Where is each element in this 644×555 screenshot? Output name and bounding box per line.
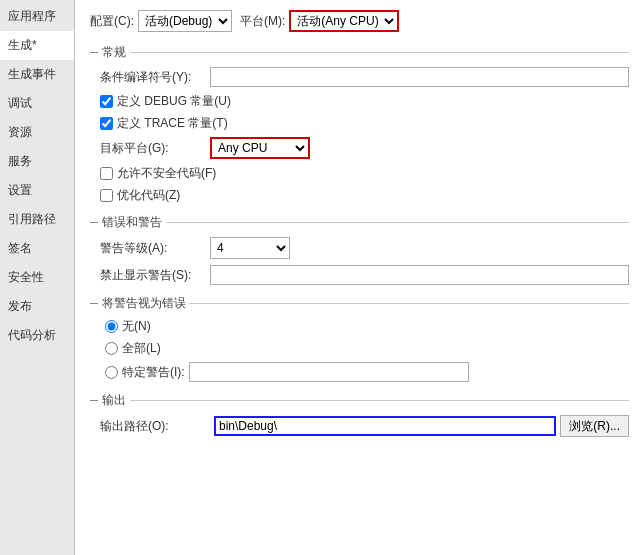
radio-all[interactable] <box>105 342 118 355</box>
radio-none-row: 无(N) <box>105 318 629 335</box>
allow-unsafe-row: 允许不安全代码(F) <box>90 165 629 182</box>
conditional-symbol-row: 条件编译符号(Y): <box>90 67 629 87</box>
define-debug-row: 定义 DEBUG 常量(U) <box>90 93 629 110</box>
sidebar-item-security[interactable]: 安全性 <box>0 263 74 292</box>
config-group: 配置(C): 活动(Debug) <box>90 10 232 32</box>
radio-all-label: 全部(L) <box>122 340 161 357</box>
sidebar-item-build[interactable]: 生成* <box>0 31 74 60</box>
sidebar-item-ref-paths[interactable]: 引用路径 <box>0 205 74 234</box>
specific-warning-input[interactable] <box>189 362 469 382</box>
main-container: 应用程序 生成* 生成事件 调试 资源 服务 设置 引用路径 签名 安全性 发布… <box>0 0 644 555</box>
radio-none[interactable] <box>105 320 118 333</box>
sidebar-item-publish[interactable]: 发布 <box>0 292 74 321</box>
sidebar: 应用程序 生成* 生成事件 调试 资源 服务 设置 引用路径 签名 安全性 发布… <box>0 0 75 555</box>
output-path-row: 输出路径(O): 浏览(R)... <box>90 415 629 437</box>
allow-unsafe-checkbox[interactable] <box>100 167 113 180</box>
platform-group: 平台(M): 活动(Any CPU) <box>240 10 399 32</box>
general-section-header: 常规 <box>90 44 629 61</box>
content-area: 配置(C): 活动(Debug) 平台(M): 活动(Any CPU) 常规 条… <box>75 0 644 555</box>
define-trace-row: 定义 TRACE 常量(T) <box>90 115 629 132</box>
target-platform-select[interactable]: Any CPU x86 x64 <box>210 137 310 159</box>
optimize-checkbox[interactable] <box>100 189 113 202</box>
radio-specific-label: 特定警告(I): <box>122 364 185 381</box>
target-platform-row: 目标平台(G): Any CPU x86 x64 <box>90 137 629 159</box>
target-platform-label: 目标平台(G): <box>100 140 210 157</box>
radio-none-label: 无(N) <box>122 318 151 335</box>
radio-all-row: 全部(L) <box>105 340 629 357</box>
treat-errors-radio-group: 无(N) 全部(L) 特定警告(I): <box>90 318 629 382</box>
config-select[interactable]: 活动(Debug) <box>138 10 232 32</box>
sidebar-item-services[interactable]: 服务 <box>0 147 74 176</box>
sidebar-item-build-events[interactable]: 生成事件 <box>0 60 74 89</box>
sidebar-item-signing[interactable]: 签名 <box>0 234 74 263</box>
platform-select[interactable]: 活动(Any CPU) <box>289 10 399 32</box>
output-path-input[interactable] <box>214 416 556 436</box>
suppress-warnings-input[interactable] <box>210 265 629 285</box>
sidebar-item-code-analysis[interactable]: 代码分析 <box>0 321 74 350</box>
radio-specific-row: 特定警告(I): <box>105 362 629 382</box>
warning-level-row: 警告等级(A): 4 0123 <box>90 237 629 259</box>
errors-section-header: 错误和警告 <box>90 214 629 231</box>
sidebar-item-resources[interactable]: 资源 <box>0 118 74 147</box>
warning-level-select[interactable]: 4 0123 <box>210 237 290 259</box>
sidebar-item-settings[interactable]: 设置 <box>0 176 74 205</box>
output-path-label: 输出路径(O): <box>100 418 210 435</box>
config-label: 配置(C): <box>90 13 134 30</box>
top-bar: 配置(C): 活动(Debug) 平台(M): 活动(Any CPU) <box>90 10 629 32</box>
suppress-warnings-row: 禁止显示警告(S): <box>90 265 629 285</box>
platform-label: 平台(M): <box>240 13 285 30</box>
sidebar-item-debug[interactable]: 调试 <box>0 89 74 118</box>
allow-unsafe-label: 允许不安全代码(F) <box>117 165 216 182</box>
define-debug-checkbox[interactable] <box>100 95 113 108</box>
define-debug-label: 定义 DEBUG 常量(U) <box>117 93 231 110</box>
conditional-symbol-label: 条件编译符号(Y): <box>100 69 210 86</box>
suppress-warnings-label: 禁止显示警告(S): <box>100 267 210 284</box>
conditional-symbol-input[interactable] <box>210 67 629 87</box>
define-trace-label: 定义 TRACE 常量(T) <box>117 115 228 132</box>
sidebar-item-application[interactable]: 应用程序 <box>0 2 74 31</box>
optimize-label: 优化代码(Z) <box>117 187 180 204</box>
browse-button[interactable]: 浏览(R)... <box>560 415 629 437</box>
optimize-row: 优化代码(Z) <box>90 187 629 204</box>
warning-level-label: 警告等级(A): <box>100 240 210 257</box>
radio-specific[interactable] <box>105 366 118 379</box>
output-section-header: 输出 <box>90 392 629 409</box>
define-trace-checkbox[interactable] <box>100 117 113 130</box>
treat-errors-section-header: 将警告视为错误 <box>90 295 629 312</box>
